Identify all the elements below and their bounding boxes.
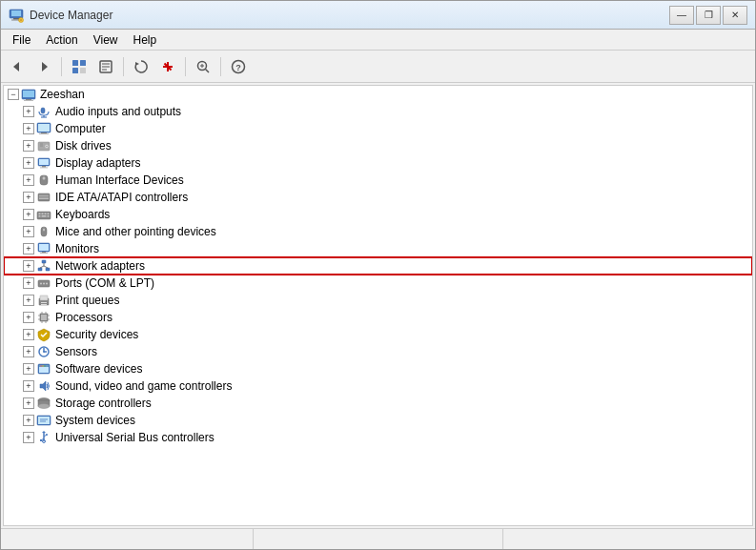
ports-expand[interactable]: + bbox=[23, 277, 34, 289]
svg-rect-2 bbox=[13, 18, 19, 20]
svg-rect-81 bbox=[41, 315, 47, 320]
tree-item-usb[interactable]: + Universal Serial Bus controllers bbox=[4, 429, 752, 446]
storage-label: Storage controllers bbox=[55, 397, 152, 410]
svg-text:?: ? bbox=[235, 63, 241, 72]
svg-marker-5 bbox=[13, 62, 19, 71]
svg-rect-50 bbox=[39, 198, 49, 200]
forward-button[interactable] bbox=[31, 54, 56, 79]
minimize-button[interactable]: — bbox=[669, 6, 694, 25]
usb-expand[interactable]: + bbox=[23, 432, 34, 443]
audio-expand[interactable]: + bbox=[23, 106, 34, 117]
monitors-expand[interactable]: + bbox=[23, 243, 34, 255]
close-button[interactable]: ✕ bbox=[723, 6, 747, 25]
tree-item-software[interactable]: + Software devices bbox=[4, 360, 752, 377]
ide-expand[interactable]: + bbox=[23, 192, 34, 203]
svg-rect-33 bbox=[38, 124, 50, 132]
svg-rect-64 bbox=[42, 252, 46, 253]
svg-rect-79 bbox=[41, 304, 47, 305]
svg-marker-100 bbox=[40, 381, 46, 391]
network-expand[interactable]: + bbox=[23, 260, 34, 272]
svg-rect-7 bbox=[72, 60, 78, 66]
tree-item-computer[interactable]: + Computer bbox=[4, 120, 752, 137]
menu-help[interactable]: Help bbox=[126, 31, 165, 50]
tree-root[interactable]: − Zeeshan bbox=[4, 86, 752, 103]
device-manager-window: Device Manager — ❒ ✕ File Action View He… bbox=[0, 0, 756, 550]
tree-item-keyboards[interactable]: + Keyboards bbox=[4, 206, 752, 223]
tree-item-storage[interactable]: + Storage controllers bbox=[4, 395, 752, 412]
svg-rect-77 bbox=[40, 295, 48, 300]
tree-panel[interactable]: − Zeeshan + bbox=[3, 85, 753, 526]
print-expand[interactable]: + bbox=[23, 295, 34, 306]
display-expand[interactable]: + bbox=[23, 157, 34, 169]
storage-expand[interactable]: + bbox=[23, 397, 34, 409]
menu-file[interactable]: File bbox=[5, 31, 38, 50]
network-icon bbox=[36, 258, 51, 274]
tree-item-display[interactable]: + Display adapters bbox=[4, 154, 752, 172]
print-label: Print queues bbox=[55, 294, 119, 307]
maximize-button[interactable]: ❒ bbox=[696, 6, 721, 25]
sound-expand[interactable]: + bbox=[23, 380, 34, 392]
tree-item-sensors[interactable]: + Sensors bbox=[4, 343, 752, 360]
scan-icon bbox=[195, 59, 211, 74]
svg-point-98 bbox=[42, 365, 43, 366]
processors-label: Processors bbox=[55, 311, 112, 324]
tree-item-audio[interactable]: + Audio inputs and outputs bbox=[4, 103, 752, 120]
svg-rect-66 bbox=[42, 260, 46, 263]
system-icon bbox=[36, 413, 51, 428]
tree-item-print[interactable]: + Print queues bbox=[4, 292, 752, 309]
processors-expand[interactable]: + bbox=[23, 312, 34, 323]
tree-item-network[interactable]: + Network adapters bbox=[4, 257, 752, 275]
tree-item-disk[interactable]: + Disk drives bbox=[4, 137, 752, 154]
hid-expand[interactable]: + bbox=[23, 174, 34, 186]
update-driver-button[interactable] bbox=[129, 54, 153, 79]
svg-point-74 bbox=[43, 283, 45, 285]
disk-label: Disk drives bbox=[55, 139, 112, 153]
menu-action[interactable]: Action bbox=[38, 31, 85, 50]
security-expand[interactable]: + bbox=[23, 329, 34, 340]
hid-icon bbox=[36, 173, 51, 188]
software-expand[interactable]: + bbox=[23, 363, 34, 375]
svg-rect-56 bbox=[39, 215, 41, 217]
back-button[interactable] bbox=[5, 54, 30, 79]
properties-button[interactable] bbox=[93, 54, 118, 79]
tree-item-hid[interactable]: + Human Interface Devices bbox=[4, 172, 752, 189]
storage-icon bbox=[36, 396, 51, 411]
svg-rect-113 bbox=[40, 439, 42, 441]
svg-rect-67 bbox=[38, 268, 42, 271]
keyboards-expand[interactable]: + bbox=[23, 209, 34, 220]
tree-item-sound[interactable]: + Sound, video and game controllers bbox=[4, 377, 752, 395]
security-icon bbox=[36, 327, 51, 342]
show-hide-button[interactable] bbox=[67, 54, 92, 79]
svg-rect-28 bbox=[24, 100, 33, 101]
tree-item-processors[interactable]: + Processors bbox=[4, 309, 752, 326]
mice-expand[interactable]: + bbox=[23, 226, 34, 237]
sensors-expand[interactable]: + bbox=[23, 346, 34, 357]
svg-rect-55 bbox=[48, 214, 50, 215]
svg-rect-27 bbox=[26, 99, 31, 100]
tree-item-monitors[interactable]: + Monitors bbox=[4, 240, 752, 257]
show-hide-icon bbox=[72, 59, 87, 74]
svg-rect-1 bbox=[11, 10, 21, 16]
scan-button[interactable] bbox=[191, 54, 215, 79]
sound-label: Sound, video and game controllers bbox=[55, 379, 232, 393]
tree-item-security[interactable]: + Security devices bbox=[4, 326, 752, 343]
svg-point-93 bbox=[43, 351, 45, 353]
uninstall-button[interactable] bbox=[155, 54, 180, 79]
svg-rect-68 bbox=[46, 268, 50, 271]
title-bar-left: Device Manager bbox=[9, 8, 112, 23]
system-expand[interactable]: + bbox=[23, 415, 34, 426]
disk-expand[interactable]: + bbox=[23, 140, 34, 152]
software-icon bbox=[36, 361, 51, 377]
tree-item-mice[interactable]: + Mice and other pointing devices bbox=[4, 223, 752, 240]
network-label: Network adapters bbox=[55, 259, 145, 273]
svg-rect-8 bbox=[80, 60, 86, 66]
menu-view[interactable]: View bbox=[86, 31, 126, 50]
svg-rect-49 bbox=[39, 195, 49, 197]
tree-item-system[interactable]: + System devices bbox=[4, 412, 752, 429]
tree-item-ide[interactable]: + IDE ATA/ATAPI controllers bbox=[4, 189, 752, 206]
hid-label: Human Interface Devices bbox=[55, 173, 184, 187]
root-expand[interactable]: − bbox=[8, 89, 19, 100]
tree-item-ports[interactable]: + Ports (COM & LPT) bbox=[4, 275, 752, 292]
help-button[interactable]: ? bbox=[226, 54, 251, 79]
computer-expand[interactable]: + bbox=[23, 123, 34, 134]
